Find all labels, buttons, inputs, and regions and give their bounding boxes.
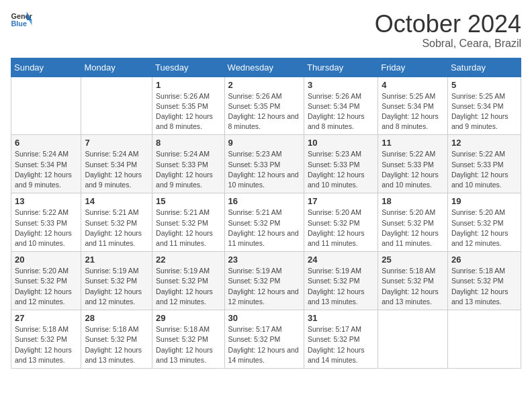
day-number: 22	[156, 255, 220, 265]
day-info: Sunrise: 5:18 AMSunset: 5:32 PMDaylight:…	[451, 266, 517, 307]
day-number: 9	[228, 138, 300, 148]
calendar-cell: 14Sunrise: 5:21 AMSunset: 5:32 PMDayligh…	[81, 193, 152, 252]
day-number: 28	[85, 313, 148, 323]
calendar-cell	[447, 310, 521, 369]
day-info: Sunrise: 5:19 AMSunset: 5:32 PMDaylight:…	[156, 266, 220, 307]
week-row-0: 1Sunrise: 5:26 AMSunset: 5:35 PMDaylight…	[11, 77, 521, 135]
day-number: 10	[308, 138, 374, 148]
day-info: Sunrise: 5:24 AMSunset: 5:33 PMDaylight:…	[156, 149, 220, 190]
day-number: 11	[382, 138, 444, 148]
day-number: 31	[308, 313, 374, 323]
calendar-cell: 16Sunrise: 5:21 AMSunset: 5:32 PMDayligh…	[224, 193, 304, 252]
logo-icon: General Blue	[11, 11, 32, 30]
location-subtitle: Sobral, Ceara, Brazil	[375, 38, 521, 50]
calendar-cell: 27Sunrise: 5:18 AMSunset: 5:32 PMDayligh…	[11, 310, 81, 369]
calendar-cell: 25Sunrise: 5:18 AMSunset: 5:32 PMDayligh…	[378, 252, 448, 310]
calendar-cell: 28Sunrise: 5:18 AMSunset: 5:32 PMDayligh…	[81, 310, 152, 369]
day-number: 6	[15, 138, 77, 148]
day-info: Sunrise: 5:19 AMSunset: 5:32 PMDaylight:…	[228, 266, 300, 307]
week-row-1: 6Sunrise: 5:24 AMSunset: 5:34 PMDaylight…	[11, 135, 521, 193]
calendar-cell: 26Sunrise: 5:18 AMSunset: 5:32 PMDayligh…	[447, 252, 521, 310]
day-number: 17	[308, 196, 374, 206]
title-block: October 2024 Sobral, Ceara, Brazil	[375, 11, 521, 50]
day-info: Sunrise: 5:22 AMSunset: 5:33 PMDaylight:…	[382, 149, 444, 190]
day-number: 23	[228, 255, 300, 265]
day-number: 7	[85, 138, 148, 148]
day-number: 18	[382, 196, 444, 206]
calendar-cell: 4Sunrise: 5:25 AMSunset: 5:34 PMDaylight…	[378, 77, 448, 135]
day-info: Sunrise: 5:18 AMSunset: 5:32 PMDaylight:…	[156, 324, 220, 365]
day-number: 26	[451, 255, 517, 265]
calendar-cell: 9Sunrise: 5:23 AMSunset: 5:33 PMDaylight…	[224, 135, 304, 193]
day-number: 1	[156, 80, 220, 90]
svg-marker-3	[29, 20, 32, 26]
day-info: Sunrise: 5:18 AMSunset: 5:32 PMDaylight:…	[382, 266, 444, 307]
calendar-table: SundayMondayTuesdayWednesdayThursdayFrid…	[11, 58, 521, 369]
calendar-cell: 21Sunrise: 5:19 AMSunset: 5:32 PMDayligh…	[81, 252, 152, 310]
week-row-3: 20Sunrise: 5:20 AMSunset: 5:32 PMDayligh…	[11, 252, 521, 310]
calendar-cell: 22Sunrise: 5:19 AMSunset: 5:32 PMDayligh…	[152, 252, 224, 310]
month-title: October 2024	[375, 11, 521, 38]
col-header-friday: Friday	[378, 58, 448, 77]
calendar-cell: 17Sunrise: 5:20 AMSunset: 5:32 PMDayligh…	[304, 193, 378, 252]
calendar-cell: 19Sunrise: 5:20 AMSunset: 5:32 PMDayligh…	[447, 193, 521, 252]
day-info: Sunrise: 5:24 AMSunset: 5:34 PMDaylight:…	[15, 149, 77, 190]
day-info: Sunrise: 5:22 AMSunset: 5:33 PMDaylight:…	[15, 208, 77, 248]
day-info: Sunrise: 5:20 AMSunset: 5:32 PMDaylight:…	[451, 208, 517, 248]
day-number: 27	[15, 313, 77, 323]
page-header: General Blue October 2024 Sobral, Ceara,…	[11, 11, 521, 50]
calendar-cell: 1Sunrise: 5:26 AMSunset: 5:35 PMDaylight…	[152, 77, 224, 135]
day-info: Sunrise: 5:17 AMSunset: 5:32 PMDaylight:…	[308, 324, 374, 365]
day-number: 12	[451, 138, 517, 148]
calendar-cell: 6Sunrise: 5:24 AMSunset: 5:34 PMDaylight…	[11, 135, 81, 193]
col-header-tuesday: Tuesday	[152, 58, 224, 77]
calendar-cell: 20Sunrise: 5:20 AMSunset: 5:32 PMDayligh…	[11, 252, 81, 310]
calendar-cell: 10Sunrise: 5:23 AMSunset: 5:33 PMDayligh…	[304, 135, 378, 193]
calendar-cell: 18Sunrise: 5:20 AMSunset: 5:32 PMDayligh…	[378, 193, 448, 252]
day-info: Sunrise: 5:21 AMSunset: 5:32 PMDaylight:…	[228, 208, 300, 248]
calendar-cell: 15Sunrise: 5:21 AMSunset: 5:32 PMDayligh…	[152, 193, 224, 252]
calendar-cell: 7Sunrise: 5:24 AMSunset: 5:34 PMDaylight…	[81, 135, 152, 193]
col-header-monday: Monday	[81, 58, 152, 77]
day-info: Sunrise: 5:26 AMSunset: 5:35 PMDaylight:…	[228, 91, 300, 132]
day-info: Sunrise: 5:24 AMSunset: 5:34 PMDaylight:…	[85, 149, 148, 190]
calendar-cell: 3Sunrise: 5:26 AMSunset: 5:34 PMDaylight…	[304, 77, 378, 135]
day-info: Sunrise: 5:23 AMSunset: 5:33 PMDaylight:…	[228, 149, 300, 190]
col-header-wednesday: Wednesday	[224, 58, 304, 77]
day-info: Sunrise: 5:21 AMSunset: 5:32 PMDaylight:…	[85, 208, 148, 248]
day-number: 20	[15, 255, 77, 265]
calendar-cell: 13Sunrise: 5:22 AMSunset: 5:33 PMDayligh…	[11, 193, 81, 252]
calendar-cell: 8Sunrise: 5:24 AMSunset: 5:33 PMDaylight…	[152, 135, 224, 193]
calendar-cell: 30Sunrise: 5:17 AMSunset: 5:32 PMDayligh…	[224, 310, 304, 369]
day-number: 3	[308, 80, 374, 90]
day-number: 4	[382, 80, 444, 90]
day-info: Sunrise: 5:21 AMSunset: 5:32 PMDaylight:…	[156, 208, 220, 248]
day-info: Sunrise: 5:19 AMSunset: 5:32 PMDaylight:…	[308, 266, 374, 307]
day-info: Sunrise: 5:20 AMSunset: 5:32 PMDaylight:…	[308, 208, 374, 248]
day-number: 25	[382, 255, 444, 265]
day-info: Sunrise: 5:25 AMSunset: 5:34 PMDaylight:…	[382, 91, 444, 132]
day-info: Sunrise: 5:18 AMSunset: 5:32 PMDaylight:…	[85, 324, 148, 365]
day-number: 29	[156, 313, 220, 323]
day-number: 8	[156, 138, 220, 148]
week-row-2: 13Sunrise: 5:22 AMSunset: 5:33 PMDayligh…	[11, 193, 521, 252]
calendar-cell	[81, 77, 152, 135]
day-info: Sunrise: 5:17 AMSunset: 5:32 PMDaylight:…	[228, 324, 300, 365]
calendar-cell	[378, 310, 448, 369]
day-number: 21	[85, 255, 148, 265]
col-header-saturday: Saturday	[447, 58, 521, 77]
day-number: 19	[451, 196, 517, 206]
day-number: 13	[15, 196, 77, 206]
day-info: Sunrise: 5:22 AMSunset: 5:33 PMDaylight:…	[451, 149, 517, 190]
col-header-sunday: Sunday	[11, 58, 81, 77]
day-info: Sunrise: 5:26 AMSunset: 5:34 PMDaylight:…	[308, 91, 374, 132]
calendar-cell: 11Sunrise: 5:22 AMSunset: 5:33 PMDayligh…	[378, 135, 448, 193]
week-row-4: 27Sunrise: 5:18 AMSunset: 5:32 PMDayligh…	[11, 310, 521, 369]
logo: General Blue	[11, 11, 32, 30]
day-info: Sunrise: 5:20 AMSunset: 5:32 PMDaylight:…	[382, 208, 444, 248]
calendar-cell: 31Sunrise: 5:17 AMSunset: 5:32 PMDayligh…	[304, 310, 378, 369]
day-info: Sunrise: 5:26 AMSunset: 5:35 PMDaylight:…	[156, 91, 220, 132]
day-number: 16	[228, 196, 300, 206]
day-info: Sunrise: 5:19 AMSunset: 5:32 PMDaylight:…	[85, 266, 148, 307]
day-number: 14	[85, 196, 148, 206]
